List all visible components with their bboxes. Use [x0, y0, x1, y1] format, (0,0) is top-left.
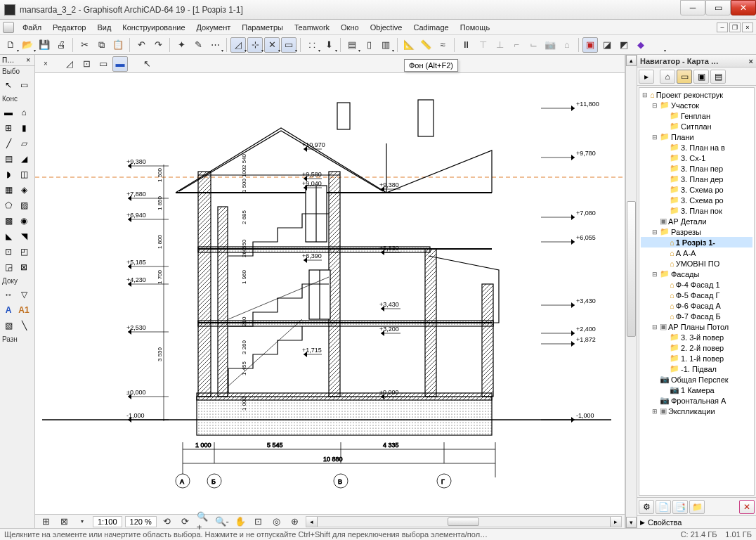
shell-tool[interactable]: ◗ — [1, 167, 15, 181]
redo-button[interactable]: ↷ — [150, 37, 166, 53]
tree-item[interactable]: 📁3. План пер — [641, 163, 752, 174]
more2-tool[interactable]: ◰ — [17, 245, 31, 259]
gravity-button[interactable]: ⬇▾ — [321, 37, 337, 53]
zoom5[interactable]: ✋ — [233, 514, 248, 529]
background-button[interactable]: ▯ — [361, 37, 377, 53]
snap3-button[interactable]: ✕▾ — [264, 37, 280, 53]
tree-item[interactable]: ⊟📁Участок — [641, 100, 752, 110]
trim3-button[interactable]: ⌐ — [509, 37, 524, 53]
tree-item[interactable]: 📁3. План пок — [641, 205, 752, 216]
tree-item[interactable]: 📁3. План на в — [641, 142, 752, 153]
v-scrollbar[interactable]: ▴ ▾ — [625, 55, 637, 528]
cursor-button[interactable]: ↖ — [139, 56, 155, 72]
menu-document[interactable]: Документ — [191, 21, 237, 34]
more-button[interactable]: ⋯▾ — [207, 37, 223, 53]
door-tool[interactable]: ⌂ — [17, 105, 31, 120]
menu-options[interactable]: Параметры — [236, 21, 289, 34]
trace-button[interactable]: ▥▾ — [378, 37, 393, 53]
curtain-tool[interactable]: ▦ — [1, 183, 15, 197]
mdi-restore[interactable]: ❐ — [729, 22, 741, 32]
copy-button[interactable]: ⧉ — [93, 37, 109, 53]
open-button[interactable]: 📂▾ — [20, 37, 35, 53]
menu-window[interactable]: Окно — [335, 21, 365, 34]
tree-item[interactable]: 📁Генплан — [641, 110, 752, 121]
zone-tool[interactable]: ▨ — [17, 198, 31, 212]
tree-item[interactable]: 📁3. Схема ро — [641, 184, 752, 195]
menu-editor[interactable]: Редактор — [47, 21, 91, 34]
scale-input[interactable]: 1:100 — [93, 516, 122, 527]
3d-button[interactable]: ⌂ — [559, 37, 575, 53]
zoom7[interactable]: ◎ — [269, 514, 285, 529]
tree-item[interactable]: 📁1. 1-й повер — [641, 353, 752, 364]
more3-tool[interactable]: ◲ — [1, 260, 15, 274]
geo3-button[interactable]: ▭ — [96, 56, 111, 72]
corner-tool[interactable]: ◣ — [1, 229, 15, 243]
nt-new1[interactable]: 📄 — [656, 500, 671, 514]
level-tool[interactable]: ▽ — [17, 288, 31, 302]
tree-item[interactable]: ⊟📁Фасады — [641, 269, 752, 279]
minimize-button[interactable]: ─ — [680, 0, 705, 15]
stair-tool[interactable]: ▤ — [1, 152, 15, 166]
label-tool[interactable]: A1 — [17, 303, 31, 317]
tree-item[interactable]: ⊞▣Экспликации — [641, 406, 752, 416]
navtab-viewmap[interactable]: ▭ — [677, 70, 692, 84]
tree-item[interactable]: ⌂Ф-4 Фасад 1 — [641, 279, 752, 290]
cut-button[interactable]: ✂ — [77, 37, 92, 53]
dim-tool[interactable]: ↔ — [1, 288, 15, 302]
save-button[interactable]: 💾 — [37, 37, 52, 53]
tree-item[interactable]: ⊟⌂Проект реконструк — [641, 89, 752, 100]
paste-button[interactable]: 📋 — [110, 37, 126, 53]
navigator-tree[interactable]: ⊟⌂Проект реконструк⊟📁Участок📁Генплан📁Сит… — [639, 87, 755, 496]
navtab-publisher[interactable]: ▤ — [710, 70, 726, 84]
drawing-canvas[interactable]: 1 000 5 545 4 335 10 880 А Б В Г +9,380+… — [35, 73, 625, 514]
text-tool[interactable]: A — [1, 303, 15, 317]
navtab-layout[interactable]: ▣ — [693, 70, 709, 84]
lamp-tool[interactable]: ◉ — [17, 214, 31, 228]
suspend-button[interactable]: ⏸ — [458, 37, 474, 53]
approx-button[interactable]: ≈ — [435, 37, 450, 53]
zoom8[interactable]: ⊕ — [287, 514, 303, 529]
mdi-close[interactable]: × — [742, 22, 753, 32]
end-tool[interactable]: ◥ — [17, 229, 31, 243]
tree-item[interactable]: 📁2. 2-й повер — [641, 342, 752, 353]
column-tool[interactable]: ▮ — [17, 121, 31, 135]
tree-item[interactable]: 📁3. Сх-1 — [641, 153, 752, 163]
navigator-close-icon[interactable]: × — [749, 57, 753, 65]
sel1-button[interactable]: ▣ — [582, 37, 598, 53]
arrow-tool[interactable]: ↖ — [1, 78, 15, 92]
beam-tool[interactable]: ╱ — [1, 136, 15, 150]
navigator-props[interactable]: ▶ Свойства — [637, 515, 756, 528]
tree-item[interactable]: ⌂А А-А — [641, 248, 752, 258]
mdi-minimize[interactable]: – — [717, 22, 728, 32]
tree-item[interactable]: 📁Ситплан — [641, 121, 752, 131]
tree-item[interactable]: 📁3. Схема ро — [641, 195, 752, 205]
fill-tool[interactable]: ▧ — [1, 319, 15, 333]
menu-objective[interactable]: Objective — [365, 21, 408, 34]
tree-item[interactable]: 📁-1. Підвал — [641, 364, 752, 374]
tree-item[interactable]: ⌂Ф-5 Фасад Г — [641, 290, 752, 300]
menu-file[interactable]: Файл — [17, 21, 47, 34]
snap2-button[interactable]: ⊹▾ — [247, 37, 263, 53]
print-button[interactable]: 🖨 — [53, 37, 69, 53]
menu-cadimage[interactable]: Cadimage — [408, 21, 454, 34]
zoom-input[interactable]: 120 % — [125, 516, 157, 527]
object-tool[interactable]: ⬠ — [1, 198, 15, 212]
more1-tool[interactable]: ⊡ — [1, 245, 15, 259]
zoom2[interactable]: ⟳ — [178, 514, 193, 529]
archicad-menu-icon[interactable] — [3, 22, 14, 33]
undo-button[interactable]: ↶ — [133, 37, 149, 53]
window-tool[interactable]: ⊞ — [1, 121, 15, 135]
menu-teamwork[interactable]: Teamwork — [289, 21, 335, 34]
nt-new3[interactable]: 📁 — [689, 500, 705, 514]
close-button[interactable]: ✕ — [731, 0, 756, 15]
navtab-project[interactable]: ⌂ — [660, 70, 675, 84]
tree-item[interactable]: ⊟📁Плани — [641, 131, 752, 142]
trim4-button[interactable]: ⌙ — [526, 37, 541, 53]
tree-item[interactable]: ⌂Ф-6 Фасад А — [641, 300, 752, 311]
sel3-button[interactable]: ◩ — [616, 37, 632, 53]
grid-button[interactable]: ⸬▾ — [304, 37, 320, 53]
snap1-button[interactable]: ◿▾ — [230, 37, 246, 53]
sel2-button[interactable]: ◪ — [599, 37, 615, 53]
close-tab-icon[interactable]: × — [38, 56, 53, 72]
tree-item[interactable]: ⌂УМОВНІ ПО — [641, 258, 752, 269]
